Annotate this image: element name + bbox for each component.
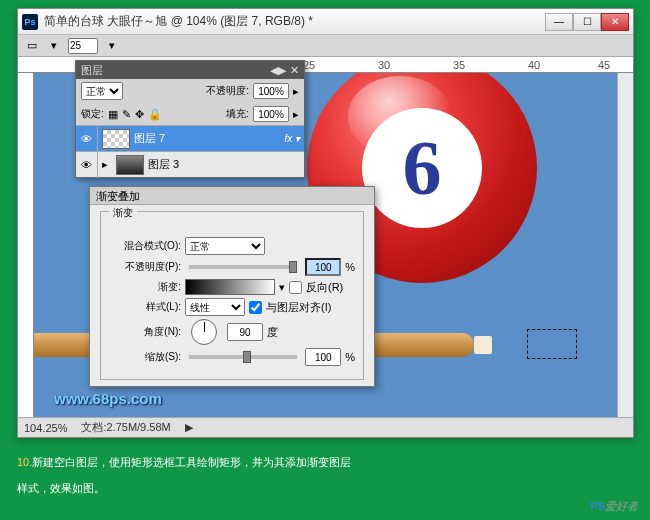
- gradient-overlay-dialog[interactable]: 渐变叠加 渐变 混合模式(O): 正常 不透明度(P): % 渐变: ▾ 反向(…: [89, 186, 375, 387]
- chevron-down-icon[interactable]: ▾: [104, 39, 120, 53]
- layer-item[interactable]: 👁 ▸ 图层 3: [76, 151, 304, 177]
- gradient-label: 渐变:: [109, 280, 181, 294]
- align-label: 与图层对齐(I): [266, 300, 331, 315]
- fill-label: 填充:: [226, 107, 249, 121]
- angle-label: 角度(N):: [109, 325, 181, 339]
- opacity-label: 不透明度(P):: [109, 260, 181, 274]
- panel-close-icon[interactable]: ✕: [290, 64, 299, 77]
- chevron-down-icon[interactable]: ▸: [293, 108, 299, 121]
- selection-marquee[interactable]: [527, 329, 577, 359]
- window-title: 简单的台球 大眼仔～旭 @ 104% (图层 7, RGB/8) *: [44, 13, 545, 30]
- align-checkbox[interactable]: [249, 301, 262, 314]
- gradient-preview[interactable]: [185, 279, 275, 295]
- doc-size: 文档:2.75M/9.58M: [81, 420, 170, 435]
- close-button[interactable]: ✕: [601, 13, 629, 31]
- status-arrow-icon[interactable]: ▶: [185, 421, 193, 434]
- step-number: 10.: [17, 456, 32, 468]
- tutorial-caption: 10.新建空白图层，使用矩形选框工具绘制矩形，并为其添加渐变图层 样式，效果如图…: [17, 448, 633, 499]
- visibility-icon[interactable]: 👁: [76, 126, 98, 152]
- minimize-button[interactable]: —: [545, 13, 573, 31]
- brand-watermark: PS爱好者: [590, 498, 638, 514]
- angle-dial[interactable]: [191, 319, 217, 345]
- app-icon: Ps: [22, 14, 38, 30]
- layer-name[interactable]: 图层 7: [134, 131, 165, 146]
- layer-thumbnail[interactable]: [102, 129, 130, 149]
- percent-label: %: [345, 261, 355, 273]
- options-bar: ▭ ▾ ▾: [18, 35, 633, 57]
- cue-tip: [474, 336, 492, 354]
- caption-line1: 新建空白图层，使用矩形选框工具绘制矩形，并为其添加渐变图层: [32, 456, 351, 468]
- percent-label: %: [345, 351, 355, 363]
- brand-rest: 爱好者: [605, 500, 638, 512]
- fill-input[interactable]: [253, 106, 289, 122]
- reverse-checkbox[interactable]: [289, 281, 302, 294]
- layers-panel-header[interactable]: 图层 ◀▶ ✕: [76, 61, 304, 79]
- ball-highlight: [348, 76, 452, 157]
- blend-mode-select[interactable]: 正常: [185, 237, 265, 255]
- scale-slider[interactable]: [189, 355, 297, 359]
- visibility-icon[interactable]: 👁: [76, 152, 98, 178]
- angle-input[interactable]: [227, 323, 263, 341]
- scrollbar-vertical[interactable]: [617, 73, 633, 417]
- opacity-value-input[interactable]: [305, 258, 341, 276]
- watermark: www.68ps.com: [54, 390, 162, 407]
- angle-unit: 度: [267, 325, 278, 340]
- dialog-title[interactable]: 渐变叠加: [90, 187, 374, 205]
- blend-mode-label: 混合模式(O):: [109, 239, 181, 253]
- dropdown-icon[interactable]: ▾: [46, 39, 62, 53]
- chevron-down-icon[interactable]: ▸: [293, 85, 299, 98]
- style-select[interactable]: 线性: [185, 298, 245, 316]
- lock-all-icon[interactable]: 🔒: [148, 108, 162, 121]
- brand-ps: PS: [590, 500, 605, 512]
- layer-name[interactable]: 图层 3: [148, 157, 179, 172]
- layer-thumbnail[interactable]: [116, 155, 144, 175]
- panel-collapse-icon[interactable]: ◀▶: [270, 64, 286, 77]
- maximize-button[interactable]: ☐: [573, 13, 601, 31]
- lock-transparent-icon[interactable]: ▦: [108, 108, 118, 121]
- layers-panel[interactable]: 图层 ◀▶ ✕ 正常 不透明度: ▸ 锁定: ▦ ✎ ✥ 🔒 填充: ▸ 👁 图…: [75, 60, 305, 178]
- titlebar[interactable]: Ps 简单的台球 大眼仔～旭 @ 104% (图层 7, RGB/8) * — …: [18, 9, 633, 35]
- reverse-label: 反向(R): [306, 280, 343, 295]
- scale-label: 缩放(S):: [109, 350, 181, 364]
- opacity-slider[interactable]: [189, 265, 297, 269]
- lock-brush-icon[interactable]: ✎: [122, 108, 131, 121]
- lock-label: 锁定:: [81, 107, 104, 121]
- layers-panel-title: 图层: [81, 63, 103, 78]
- ruler-vertical: [18, 73, 34, 417]
- blend-mode-select[interactable]: 正常: [81, 82, 123, 100]
- fieldset-label: 渐变: [109, 206, 137, 220]
- folder-arrow-icon[interactable]: ▸: [98, 158, 112, 171]
- opacity-input[interactable]: [253, 83, 289, 99]
- status-bar: 104.25% 文档:2.75M/9.58M ▶: [18, 417, 633, 437]
- layer-fx-badge[interactable]: fx ▾: [284, 133, 300, 144]
- style-label: 样式(L):: [109, 300, 181, 314]
- lock-move-icon[interactable]: ✥: [135, 108, 144, 121]
- scale-input[interactable]: [305, 348, 341, 366]
- opacity-label: 不透明度:: [206, 84, 249, 98]
- marquee-tool-icon[interactable]: ▭: [24, 39, 40, 53]
- chevron-down-icon[interactable]: ▾: [279, 281, 285, 294]
- zoom-level[interactable]: 104.25%: [24, 422, 67, 434]
- layer-item-selected[interactable]: 👁 图层 7 fx ▾: [76, 125, 304, 151]
- caption-line2: 样式，效果如图。: [17, 482, 105, 494]
- brush-size-input[interactable]: [68, 38, 98, 54]
- gradient-fieldset: 渐变 混合模式(O): 正常 不透明度(P): % 渐变: ▾ 反向(R) 样式…: [100, 211, 364, 380]
